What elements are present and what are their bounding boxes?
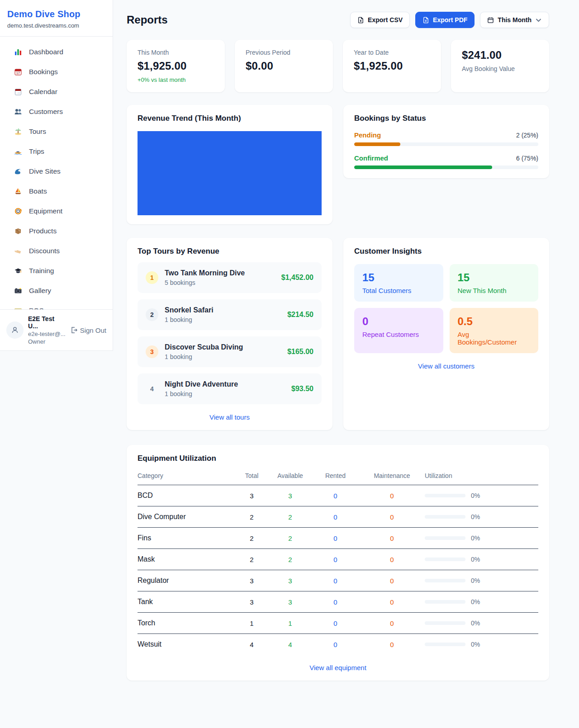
view-all-customers-link[interactable]: View all customers xyxy=(354,362,538,370)
cell-maintenance: 0 xyxy=(359,534,425,542)
page-header: Reports Export CSV Export PDF xyxy=(127,12,549,28)
stat-delta: +0% vs last month xyxy=(138,76,214,83)
status-row-pending: Pending 2 (25%) xyxy=(354,131,538,146)
sidebar-item-gallery[interactable]: Gallery xyxy=(5,282,108,300)
page-title: Reports xyxy=(127,14,168,26)
cell-maintenance: 0 xyxy=(359,513,425,521)
cell-available: 3 xyxy=(269,492,312,500)
status-label: Pending xyxy=(354,131,381,139)
sidebar-item-dive-sites[interactable]: Dive Sites xyxy=(5,162,108,180)
sidebar-item-calendar[interactable]: Calendar xyxy=(5,83,108,101)
svg-text:17: 17 xyxy=(16,71,20,75)
cell-available: 4 xyxy=(269,641,312,648)
sign-out-label: Sign Out xyxy=(80,326,106,334)
people-icon xyxy=(14,107,23,116)
sidebar-item-products[interactable]: Products xyxy=(5,222,108,240)
utilization-bar xyxy=(425,515,465,519)
tour-name: Snorkel Safari xyxy=(165,306,281,314)
status-row-confirmed: Confirmed 6 (75%) xyxy=(354,154,538,169)
tour-amount: $1,452.00 xyxy=(281,274,313,282)
sign-out-button[interactable]: Sign Out xyxy=(70,326,106,334)
revenue-trend-title: Revenue Trend (This Month) xyxy=(138,114,322,123)
cell-utilization: 0% xyxy=(425,492,538,499)
sidebar-item-customers[interactable]: Customers xyxy=(5,103,108,121)
sidebar-item-tours[interactable]: Tours xyxy=(5,123,108,141)
insight-value: 0 xyxy=(362,315,435,328)
tour-name: Night Dive Adventure xyxy=(165,380,285,388)
view-all-equipment-link[interactable]: View all equipment xyxy=(138,664,538,671)
equipment-utilization-card: Equipment Utilization Category Total Ava… xyxy=(127,445,549,681)
revenue-trend-chart xyxy=(138,131,322,215)
cell-category: BCD xyxy=(138,492,235,500)
view-all-tours-link[interactable]: View all tours xyxy=(138,413,322,421)
sidebar-item-bookings[interactable]: 17 Bookings xyxy=(5,63,108,81)
tag-icon xyxy=(14,246,23,255)
sidebar-item-trips[interactable]: Trips xyxy=(5,142,108,161)
period-select[interactable]: This Month xyxy=(480,12,549,28)
cell-rented: 0 xyxy=(312,556,359,563)
cell-total: 2 xyxy=(235,556,269,563)
main-content: Reports Export CSV Export PDF xyxy=(113,0,579,695)
progress-fill xyxy=(354,165,492,169)
sidebar-item-label: Trips xyxy=(29,147,44,156)
tour-amount: $93.50 xyxy=(291,385,313,393)
utilization-label: 0% xyxy=(471,513,480,520)
utilization-bar xyxy=(425,494,465,497)
sidebar-item-label: Products xyxy=(29,227,57,235)
cell-category: Wetsuit xyxy=(138,640,235,648)
export-csv-label: Export CSV xyxy=(368,16,403,24)
sidebar-item-pos[interactable]: POS xyxy=(5,302,108,309)
column-header-rented: Rented xyxy=(312,472,359,479)
sidebar-item-training[interactable]: Training xyxy=(5,262,108,280)
progress-track xyxy=(354,165,538,169)
status-count: 2 (25%) xyxy=(516,132,538,139)
user-name: E2E Test U... xyxy=(28,315,66,330)
progress-fill xyxy=(354,142,400,146)
tour-list-item: 4 Night Dive Adventure 1 booking $93.50 xyxy=(138,373,322,404)
rank-badge: 4 xyxy=(146,383,158,395)
cell-category: Regulator xyxy=(138,577,235,585)
status-label: Confirmed xyxy=(354,154,388,162)
sidebar-item-equipment[interactable]: Equipment xyxy=(5,202,108,220)
column-header-available: Available xyxy=(269,472,312,479)
header-actions: Export CSV Export PDF This Month xyxy=(350,12,549,28)
sidebar-item-label: Bookings xyxy=(29,68,58,76)
utilization-label: 0% xyxy=(471,556,480,563)
sidebar-item-boats[interactable]: Boats xyxy=(5,182,108,200)
cell-available: 3 xyxy=(269,598,312,606)
stat-label: Avg Booking Value xyxy=(462,65,538,72)
insight-label: Avg Bookings/Customer xyxy=(458,331,531,346)
cell-maintenance: 0 xyxy=(359,619,425,627)
utilization-label: 0% xyxy=(471,641,480,648)
export-csv-button[interactable]: Export CSV xyxy=(350,12,410,28)
rank-badge: 1 xyxy=(146,271,158,284)
cell-category: Tank xyxy=(138,598,235,606)
insight-value: 0.5 xyxy=(458,315,531,328)
bar-chart-icon xyxy=(14,47,23,57)
insights-row: Top Tours by Revenue 1 Two Tank Morning … xyxy=(127,238,549,430)
cell-available: 2 xyxy=(269,513,312,521)
user-role: Owner xyxy=(28,338,66,345)
cell-rented: 0 xyxy=(312,641,359,648)
table-row: BCD 3 3 0 0 0% xyxy=(138,485,538,506)
rank-badge: 3 xyxy=(146,345,158,358)
avatar xyxy=(6,321,24,339)
export-pdf-button[interactable]: Export PDF xyxy=(415,12,475,28)
tour-bookings: 1 booking xyxy=(165,390,285,397)
column-header-category: Category xyxy=(138,472,235,479)
package-icon xyxy=(14,227,23,236)
sidebar-item-dashboard[interactable]: Dashboard xyxy=(5,43,108,61)
cell-utilization: 0% xyxy=(425,534,538,542)
sidebar-item-discounts[interactable]: Discounts xyxy=(5,242,108,260)
insight-tile-new-this-month: 15 New This Month xyxy=(450,264,539,302)
cell-maintenance: 0 xyxy=(359,577,425,585)
calendar-date-icon: 17 xyxy=(14,67,23,76)
chevron-down-icon xyxy=(535,17,542,24)
stat-card-year-to-date: Year to Date $1,925.00 xyxy=(343,40,441,92)
cell-utilization: 0% xyxy=(425,641,538,648)
equipment-row: Equipment Utilization Category Total Ava… xyxy=(127,445,549,681)
user-panel: E2E Test U... e2e-tester@... Owner Sign … xyxy=(0,309,113,350)
app-layout: Demo Dive Shop demo.test.divestreams.com… xyxy=(0,0,579,695)
calendar-pad-icon xyxy=(14,87,23,96)
sidebar: Demo Dive Shop demo.test.divestreams.com… xyxy=(0,0,113,351)
